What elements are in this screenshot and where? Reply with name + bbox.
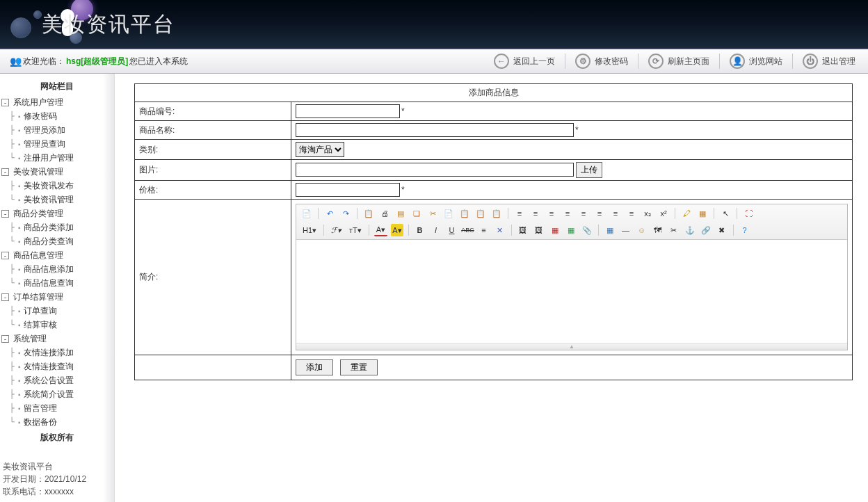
sidebar-item[interactable]: └▪美妆资讯管理 xyxy=(0,193,114,207)
collapse-icon[interactable]: - xyxy=(1,335,9,343)
browse-button[interactable]: 👤浏览网站 xyxy=(727,52,785,70)
superscript-icon[interactable]: x² xyxy=(657,207,670,220)
upload-button[interactable]: 上传 xyxy=(576,162,602,178)
paste-word-icon[interactable]: 📋 xyxy=(474,207,487,220)
align-right-icon[interactable]: ≡ xyxy=(545,207,558,220)
editor-resize-handle[interactable]: ▲ xyxy=(296,343,847,350)
print-icon[interactable]: 🖨 xyxy=(378,207,391,220)
unlink-icon[interactable]: ✖ xyxy=(716,224,728,236)
price-input[interactable] xyxy=(296,183,400,197)
sidebar-item[interactable]: └▪数据备份 xyxy=(0,415,114,429)
power-icon: ⏻ xyxy=(803,54,818,69)
emoji-icon[interactable]: ☺ xyxy=(636,224,648,236)
product-name-input[interactable] xyxy=(296,123,574,137)
remove-format-icon[interactable]: ✕ xyxy=(494,224,506,236)
highlight-icon[interactable]: 🖍 xyxy=(680,207,693,220)
sidebar-item[interactable]: ├▪友情连接查询 xyxy=(0,359,114,373)
media-icon[interactable]: ▦ xyxy=(565,224,577,236)
sidebar-group-3[interactable]: -商品信息管理 xyxy=(0,248,114,262)
sidebar-item[interactable]: ├▪管理员查询 xyxy=(0,137,114,151)
underline-icon[interactable]: U xyxy=(446,224,458,236)
sidebar-group-1[interactable]: -美妆资讯管理 xyxy=(0,165,114,179)
collapse-icon[interactable]: - xyxy=(1,252,9,259)
collapse-icon[interactable]: - xyxy=(1,210,9,218)
password-button[interactable]: ⚙修改密码 xyxy=(572,52,631,70)
about-icon[interactable]: ? xyxy=(739,224,751,236)
fore-color-icon[interactable]: A▾ xyxy=(374,224,387,236)
category-select[interactable]: 海淘产品 xyxy=(296,142,344,157)
sidebar-item[interactable]: └▪结算审核 xyxy=(0,318,114,332)
cut-icon[interactable]: ✂ xyxy=(426,207,439,220)
collapse-icon[interactable]: - xyxy=(1,293,9,301)
align-justify-icon[interactable]: ≡ xyxy=(561,207,574,220)
sidebar-item[interactable]: ├▪修改密码 xyxy=(0,109,114,123)
back-color-icon[interactable]: A▾ xyxy=(391,224,403,236)
sidebar-group-4[interactable]: -订单结算管理 xyxy=(0,290,114,304)
sidebar-group-label: 系统管理 xyxy=(13,333,47,345)
sidebar-item[interactable]: ├▪系统公告设置 xyxy=(0,373,114,387)
italic-icon[interactable]: I xyxy=(430,224,442,236)
indent-icon[interactable]: ≡ xyxy=(625,207,638,220)
hr-icon[interactable]: — xyxy=(620,224,632,236)
clear-format-icon[interactable]: ❏ xyxy=(410,207,423,220)
intro-textarea[interactable] xyxy=(296,240,847,341)
list-ol-icon[interactable]: ≡ xyxy=(577,207,590,220)
paste2-icon[interactable]: 📋 xyxy=(458,207,471,220)
submit-button[interactable]: 添加 xyxy=(296,359,333,375)
table-icon[interactable]: ▦ xyxy=(604,224,616,236)
sidebar-item[interactable]: └▪商品信息查询 xyxy=(0,276,114,290)
collapse-icon[interactable]: - xyxy=(1,168,9,176)
fullscreen-icon[interactable]: ⛶ xyxy=(742,207,755,220)
sidebar-item-label: 管理员查询 xyxy=(24,138,65,150)
paste-text-icon[interactable]: 📋 xyxy=(490,207,503,220)
align-left-icon[interactable]: ≡ xyxy=(513,207,526,220)
map-icon[interactable]: 🗺 xyxy=(652,224,664,236)
sidebar-item[interactable]: └▪商品分类查询 xyxy=(0,234,114,248)
sidebar-group-5[interactable]: -系统管理 xyxy=(0,332,114,346)
line-height-icon[interactable]: ≡ xyxy=(478,224,490,236)
undo-icon[interactable]: ↶ xyxy=(323,207,336,220)
footer-line1: 美妆资讯平台 xyxy=(3,460,111,473)
bold-icon[interactable]: B xyxy=(414,224,426,236)
source-icon[interactable]: 📄 xyxy=(300,207,313,220)
product-code-input[interactable] xyxy=(296,104,400,118)
sidebar-item[interactable]: ├▪订单查询 xyxy=(0,304,114,318)
page-break-icon[interactable]: ✂ xyxy=(668,224,680,236)
heading-icon[interactable]: H1▾ xyxy=(300,224,319,236)
copy-icon[interactable]: 📄 xyxy=(442,207,455,220)
template-icon[interactable]: ▤ xyxy=(394,207,407,220)
sidebar-item[interactable]: ├▪美妆资讯发布 xyxy=(0,179,114,193)
list-ul-icon[interactable]: ≡ xyxy=(593,207,606,220)
image-icon[interactable]: 🖼 xyxy=(517,224,529,236)
sidebar-item[interactable]: ├▪友情连接添加 xyxy=(0,346,114,359)
anchor-icon[interactable]: ⚓ xyxy=(684,224,696,236)
collapse-icon[interactable]: - xyxy=(1,99,9,106)
sidebar-item[interactable]: ├▪管理员添加 xyxy=(0,123,114,137)
font-size-icon[interactable]: тT▾ xyxy=(347,224,364,236)
refresh-button[interactable]: ⟳刷新主页面 xyxy=(645,52,712,70)
sidebar-group-0[interactable]: -系统用户管理 xyxy=(0,95,114,109)
strike-icon[interactable]: ABC xyxy=(462,224,474,236)
subscript-icon[interactable]: x₂ xyxy=(641,207,654,220)
logout-button[interactable]: ⏻退出管理 xyxy=(800,52,858,70)
flash-icon[interactable]: ▦ xyxy=(549,224,561,236)
paste-icon[interactable]: 📋 xyxy=(362,207,375,220)
image-input[interactable] xyxy=(296,163,574,177)
cursor-icon[interactable]: ↖ xyxy=(719,207,732,220)
outdent-icon[interactable]: ≡ xyxy=(609,207,622,220)
sidebar-item[interactable]: ├▪商品分类添加 xyxy=(0,220,114,234)
select-all-icon[interactable]: ▦ xyxy=(696,207,709,220)
redo-icon[interactable]: ↷ xyxy=(339,207,352,220)
sidebar-item[interactable]: ├▪商品信息添加 xyxy=(0,262,114,276)
align-center-icon[interactable]: ≡ xyxy=(529,207,542,220)
link-icon[interactable]: 🔗 xyxy=(700,224,712,236)
back-button[interactable]: ←返回上一页 xyxy=(491,52,558,70)
font-family-icon[interactable]: ℱ▾ xyxy=(329,224,344,236)
attachment-icon[interactable]: 📎 xyxy=(581,224,593,236)
multi-image-icon[interactable]: 🖼 xyxy=(533,224,545,236)
sidebar-item[interactable]: ├▪系统简介设置 xyxy=(0,387,114,401)
reset-button[interactable]: 重置 xyxy=(340,359,378,375)
sidebar-group-2[interactable]: -商品分类管理 xyxy=(0,207,114,220)
sidebar-item[interactable]: ├▪留言管理 xyxy=(0,401,114,415)
sidebar-item[interactable]: └▪注册用户管理 xyxy=(0,151,114,165)
